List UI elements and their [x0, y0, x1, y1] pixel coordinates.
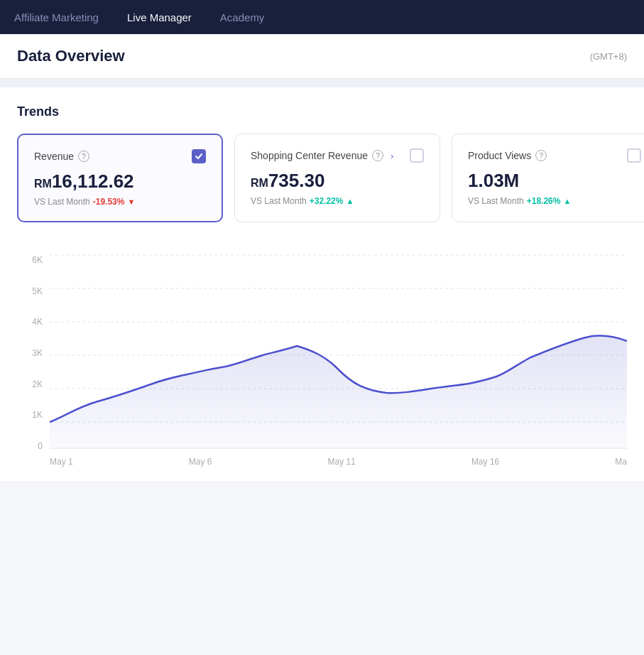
- card-title-row: Revenue ?: [34, 149, 206, 163]
- help-icon-shopping[interactable]: ?: [372, 150, 383, 161]
- card-title-revenue: Revenue: [34, 151, 74, 162]
- gmt-label: (GMT+8): [590, 51, 627, 62]
- page-header: Data Overview (GMT+8): [0, 34, 644, 79]
- metric-card-product-views[interactable]: Product Views ? 1.03M VS Last Month +18.…: [452, 134, 644, 222]
- y-label-1k: 1K: [17, 410, 43, 420]
- x-label-may6: May 6: [189, 457, 212, 467]
- main-content: Trends Revenue ? RM16,112.62 VS Last Mon: [0, 87, 644, 481]
- trend-value-revenue: -19.53%: [93, 197, 125, 207]
- vs-row-product-views: VS Last Month +18.26% ▲: [468, 196, 641, 206]
- nav-item-affiliate[interactable]: Affiliate Marketing: [14, 9, 99, 26]
- checkbox-product-views[interactable]: [627, 148, 641, 163]
- vs-row-shopping: VS Last Month +32.22% ▲: [251, 196, 424, 206]
- arrow-btn-shopping[interactable]: ›: [388, 149, 396, 163]
- card-title-row-product-views: Product Views ?: [468, 148, 641, 163]
- nav-item-academy[interactable]: Academy: [220, 9, 265, 26]
- metric-value-shopping: RM735.30: [251, 170, 424, 192]
- y-label-2k: 2K: [17, 379, 43, 389]
- help-icon-product-views[interactable]: ?: [535, 150, 547, 161]
- section-divider: [0, 79, 644, 87]
- card-title-left-shopping: Shopping Center Revenue ? ›: [251, 149, 396, 163]
- card-title-row-shopping: Shopping Center Revenue ? ›: [251, 148, 424, 163]
- card-title-shopping: Shopping Center Revenue: [251, 150, 368, 161]
- y-label-0: 0: [17, 441, 43, 451]
- trend-value-product-views: +18.26%: [527, 196, 561, 206]
- metric-value-revenue: RM16,112.62: [34, 170, 206, 193]
- checkbox-shopping[interactable]: [410, 148, 424, 163]
- trend-arrow-product-views: ▲: [563, 197, 571, 205]
- y-label-3k: 3K: [17, 348, 43, 358]
- y-label-4k: 4K: [17, 317, 43, 327]
- trend-chart: [50, 252, 627, 451]
- trend-arrow-revenue: ▼: [127, 197, 135, 206]
- page-title: Data Overview: [17, 47, 125, 65]
- metric-card-shopping[interactable]: Shopping Center Revenue ? › RM735.30 VS …: [234, 134, 440, 222]
- metric-cards-row: Revenue ? RM16,112.62 VS Last Month -19.…: [17, 134, 627, 222]
- x-label-may11: May 11: [327, 457, 355, 467]
- metric-value-product-views: 1.03M: [468, 170, 641, 192]
- trend-value-shopping: +32.22%: [310, 196, 344, 206]
- vs-row-revenue: VS Last Month -19.53% ▼: [34, 197, 206, 207]
- trends-section-title: Trends: [17, 104, 627, 119]
- card-title-product-views: Product Views: [468, 150, 531, 161]
- card-title-left-product-views: Product Views ?: [468, 150, 547, 161]
- top-navigation: Affiliate Marketing Live Manager Academy: [0, 0, 644, 34]
- x-label-may1: May 1: [50, 457, 73, 467]
- y-label-5k: 5K: [17, 286, 43, 296]
- nav-item-live-manager[interactable]: Live Manager: [127, 9, 192, 26]
- x-label-may16: May 16: [471, 457, 499, 467]
- x-label-may-end: Ma: [615, 457, 627, 467]
- chart-area: 6K 5K 4K 3K 2K 1K 0: [17, 245, 627, 481]
- metric-card-revenue[interactable]: Revenue ? RM16,112.62 VS Last Month -19.…: [17, 134, 223, 222]
- checkbox-revenue[interactable]: [192, 149, 206, 163]
- card-title-left: Revenue ?: [34, 151, 89, 162]
- y-label-6k: 6K: [17, 255, 43, 265]
- help-icon-revenue[interactable]: ?: [78, 151, 89, 162]
- trend-arrow-shopping: ▲: [346, 197, 354, 205]
